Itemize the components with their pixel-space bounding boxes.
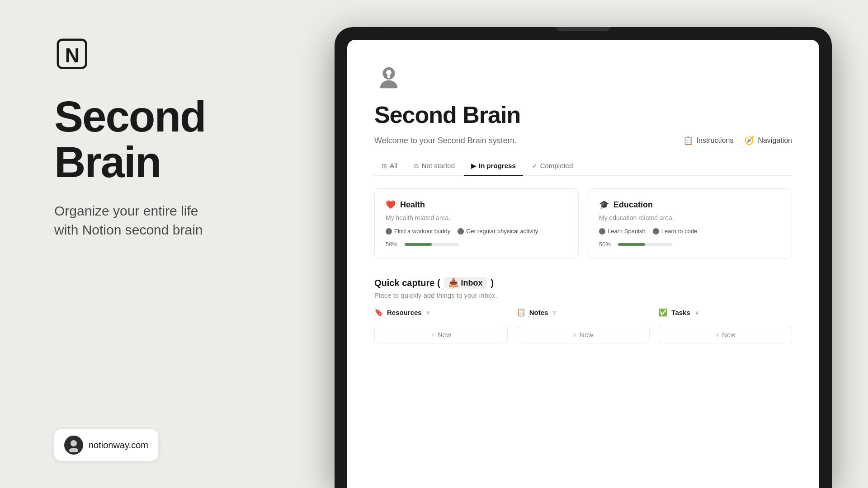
- notes-column: 📋 Notes ∨ + New: [517, 308, 650, 343]
- card-header: ❤️ Health: [386, 200, 567, 210]
- page-icon: [374, 63, 403, 92]
- tasks-column: ✅ Tasks ∨ + New: [659, 308, 792, 343]
- cards-grid: ❤️ Health My health related area. Find a…: [374, 188, 792, 259]
- tablet-device: Second Brain Welcome to your Second Brai…: [335, 27, 832, 488]
- capture-columns: 🔖 Resources ∨ + New: [374, 308, 792, 343]
- health-icon: ❤️: [386, 200, 396, 210]
- plus-icon: +: [715, 331, 719, 338]
- tab-all[interactable]: ⊞ All: [374, 158, 405, 176]
- notes-chevron-icon: ∨: [552, 310, 557, 316]
- resources-column: 🔖 Resources ∨ + New: [374, 308, 508, 343]
- tablet-screen: Second Brain Welcome to your Second Brai…: [347, 40, 819, 488]
- goal-code: Learn to code: [653, 228, 698, 235]
- education-progress-label: 50%: [599, 241, 613, 248]
- tab-completed[interactable]: ✓ Completed: [525, 158, 580, 176]
- tasks-col-title: Tasks: [671, 309, 690, 316]
- avatar: [64, 436, 83, 455]
- health-progress-row: 50%: [386, 241, 567, 248]
- health-goals: Find a workout buddy Get regular physica…: [386, 228, 567, 235]
- goal-spanish: Learn Spanish: [599, 228, 646, 235]
- quick-capture-title: Quick capture (: [374, 278, 440, 288]
- header-links: 📋 Instructions 🧭 Navigation: [683, 136, 792, 145]
- page-title: Second Brain: [54, 94, 267, 185]
- instructions-link[interactable]: 📋 Instructions: [683, 136, 734, 145]
- goal-dot-icon: [386, 228, 392, 235]
- education-goals: Learn Spanish Learn to code: [599, 228, 781, 235]
- notion-page-title: Second Brain: [374, 101, 792, 128]
- tab-not-started[interactable]: ⊙ Not started: [406, 158, 462, 176]
- resources-icon: 🔖: [374, 308, 383, 317]
- education-icon: 🎓: [599, 200, 609, 210]
- goal-dot-icon: [599, 228, 605, 235]
- goal-physical: Get regular physical activity: [458, 228, 538, 235]
- quick-capture-inbox: 📥 Inbox: [444, 277, 487, 289]
- svg-point-3: [69, 448, 78, 452]
- completed-icon: ✓: [532, 162, 538, 169]
- right-panel: Second Brain Welcome to your Second Brai…: [298, 0, 868, 488]
- quick-capture-paren-close: ): [491, 278, 494, 288]
- tasks-chevron-icon: ∨: [695, 310, 699, 316]
- left-panel: N Second Brain Organize your entire life…: [0, 0, 303, 488]
- education-card[interactable]: 🎓 Education My education related area. L…: [588, 188, 792, 259]
- resources-col-title: Resources: [387, 309, 422, 316]
- tasks-icon: ✅: [659, 308, 668, 317]
- quick-capture-description: Place to quickly add things to your inbo…: [374, 291, 792, 299]
- page-description: Welcome to your Second Brain system.: [374, 136, 517, 145]
- education-title: Education: [613, 200, 653, 210]
- brand-badge[interactable]: notionway.com: [54, 429, 158, 461]
- education-progress-bar-bg: [618, 243, 672, 246]
- notes-icon: 📋: [517, 308, 526, 317]
- notes-col-header: 📋 Notes ∨: [517, 308, 650, 320]
- resources-col-header: 🔖 Resources ∨: [374, 308, 508, 320]
- goal-dot-icon: [458, 228, 464, 235]
- health-progress-label: 50%: [386, 241, 399, 248]
- svg-point-2: [71, 440, 77, 446]
- filter-tabs: ⊞ All ⊙ Not started ▶ In progress ✓ Comp…: [374, 158, 792, 176]
- goal-workout: Find a workout buddy: [386, 228, 450, 235]
- health-description: My health related area.: [386, 214, 567, 221]
- not-started-icon: ⊙: [414, 162, 419, 169]
- resources-new-button[interactable]: + New: [374, 326, 508, 343]
- plus-icon: +: [573, 331, 577, 338]
- quick-capture-section: Quick capture ( 📥 Inbox ) Place to quick…: [374, 277, 792, 343]
- education-progress-bar-fill: [618, 243, 645, 246]
- all-icon: ⊞: [382, 162, 387, 169]
- notion-content: Second Brain Welcome to your Second Brai…: [347, 40, 819, 488]
- subtitle-text: Organize your entire life with Notion se…: [54, 202, 267, 239]
- in-progress-icon: ▶: [471, 162, 476, 169]
- camera-bar: [556, 27, 610, 31]
- svg-text:N: N: [65, 44, 80, 66]
- resources-chevron-icon: ∨: [426, 310, 430, 316]
- svg-rect-6: [387, 74, 390, 78]
- navigation-link[interactable]: 🧭 Navigation: [744, 136, 792, 145]
- brand-url: notionway.com: [89, 440, 148, 450]
- tasks-new-button[interactable]: + New: [659, 326, 792, 343]
- health-progress-bar-fill: [405, 243, 432, 246]
- plus-icon: +: [431, 331, 435, 338]
- education-progress-row: 50%: [599, 241, 781, 248]
- health-card[interactable]: ❤️ Health My health related area. Find a…: [374, 188, 579, 259]
- notion-logo-icon: N: [54, 36, 90, 72]
- instructions-icon: 📋: [683, 136, 693, 145]
- tab-in-progress[interactable]: ▶ In progress: [464, 158, 523, 176]
- education-description: My education related area.: [599, 214, 781, 221]
- goal-dot-icon: [653, 228, 659, 235]
- notes-col-title: Notes: [529, 309, 548, 316]
- tasks-col-header: ✅ Tasks ∨: [659, 308, 792, 320]
- inbox-icon: 📥: [448, 278, 458, 288]
- navigation-icon: 🧭: [744, 136, 754, 145]
- card-header: 🎓 Education: [599, 200, 781, 210]
- quick-capture-header: Quick capture ( 📥 Inbox ): [374, 277, 792, 289]
- notes-new-button[interactable]: + New: [517, 326, 650, 343]
- health-title: Health: [400, 200, 425, 210]
- page-header-row: Welcome to your Second Brain system. 📋 I…: [374, 136, 792, 145]
- health-progress-bar-bg: [405, 243, 459, 246]
